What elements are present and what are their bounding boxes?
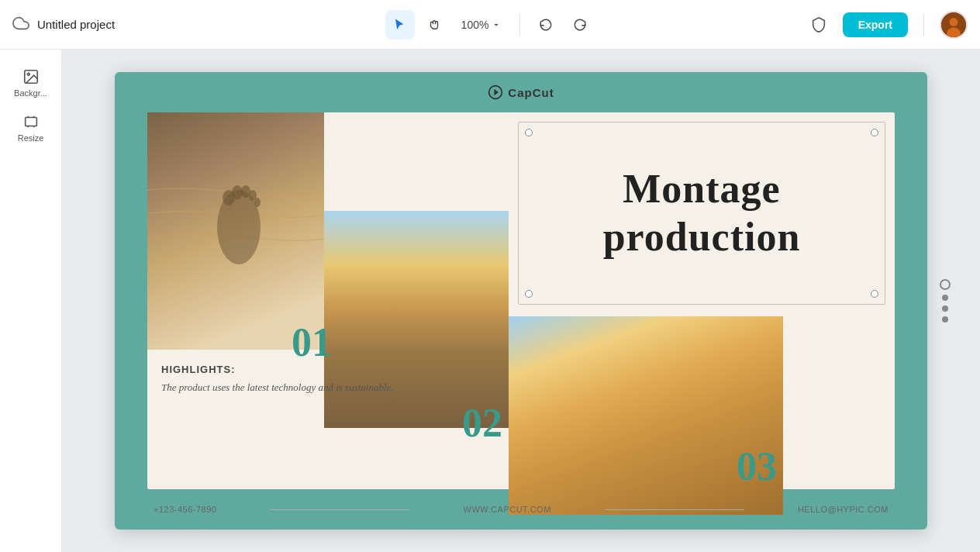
dot-ring[interactable]	[940, 279, 951, 290]
svg-point-36	[617, 409, 695, 440]
svg-point-12	[254, 198, 261, 207]
zoom-control[interactable]: 100%	[454, 10, 509, 40]
bottom-line-right	[605, 509, 744, 510]
sidebar: Backgr... Resize	[0, 50, 62, 552]
sidebar-background-label: Backgr...	[14, 88, 47, 98]
svg-point-2	[947, 27, 961, 38]
canvas-area: CapCut	[62, 50, 980, 552]
canvas-wrapper: CapCut	[115, 72, 927, 530]
svg-point-14	[440, 234, 487, 281]
svg-point-17	[340, 240, 371, 259]
svg-point-27	[668, 326, 753, 354]
description-text: The product uses the latest technology a…	[161, 380, 433, 396]
cloud-icon	[12, 15, 29, 35]
sidebar-item-resize[interactable]: Resize	[5, 107, 57, 149]
topbar-center: 100%	[385, 10, 595, 40]
avatar[interactable]	[940, 11, 968, 39]
svg-point-31	[616, 343, 650, 367]
sidebar-item-background[interactable]: Backgr...	[5, 62, 57, 104]
email-text: HELLO@HYPIC.COM	[798, 505, 889, 514]
svg-point-26	[536, 332, 606, 363]
svg-point-34	[673, 364, 688, 374]
export-button[interactable]: Export	[843, 12, 908, 37]
bottom-bar: +123-456-7890 WWW.CAPCUT.COM HELLO@HYPIC…	[147, 489, 895, 530]
divider	[519, 14, 520, 36]
zoom-value: 100%	[461, 19, 489, 31]
hand-tool-button[interactable]	[419, 10, 449, 40]
svg-point-23	[396, 316, 415, 370]
title-box[interactable]: Montage production	[509, 112, 895, 314]
svg-point-15	[448, 242, 479, 273]
svg-point-1	[950, 18, 958, 26]
dot-1	[942, 295, 948, 301]
svg-point-16	[343, 234, 398, 257]
svg-point-32	[660, 351, 714, 452]
topbar: Untitled project 100%	[0, 0, 980, 50]
svg-point-29	[611, 357, 654, 400]
select-tool-button[interactable]	[385, 10, 415, 40]
shield-button[interactable]	[804, 10, 833, 40]
svg-point-35	[685, 364, 701, 374]
title-box-border	[518, 122, 885, 305]
svg-point-28	[598, 355, 668, 479]
topbar-left: Untitled project	[12, 15, 385, 35]
svg-point-33	[668, 352, 706, 389]
undo-button[interactable]	[531, 10, 561, 40]
handle-tl[interactable]	[525, 129, 533, 136]
handle-tr[interactable]	[871, 129, 878, 136]
divider-right	[923, 14, 924, 36]
topbar-right: Export	[595, 10, 968, 40]
svg-point-20	[405, 284, 430, 309]
svg-point-4	[27, 73, 29, 75]
svg-point-21	[400, 281, 434, 290]
number-02: 02	[462, 400, 502, 446]
sidebar-resize-label: Resize	[18, 133, 44, 143]
text-block: HIGHLIGHTS: The product uses the latest …	[161, 364, 433, 396]
number-03: 03	[737, 443, 777, 489]
svg-point-24	[396, 310, 415, 329]
handle-bl[interactable]	[525, 290, 533, 298]
dot-2	[942, 305, 948, 312]
dot-3	[942, 316, 948, 323]
canvas[interactable]: CapCut	[115, 72, 927, 530]
svg-point-9	[232, 185, 243, 199]
handle-br[interactable]	[871, 290, 878, 298]
website-text: WWW.CAPCUT.COM	[464, 505, 551, 514]
redo-button[interactable]	[565, 10, 595, 40]
bottom-line-left	[270, 509, 409, 510]
number-01: 01	[292, 319, 332, 365]
capcut-logo: CapCut	[115, 85, 927, 100]
svg-point-19	[403, 296, 431, 374]
svg-point-30	[603, 350, 662, 368]
svg-point-22	[406, 275, 428, 291]
photo-footprint[interactable]	[147, 112, 324, 350]
logo-text: CapCut	[508, 86, 554, 99]
svg-rect-5	[25, 118, 36, 126]
phone-text: +123-456-7890	[154, 505, 216, 514]
highlights-label: HIGHLIGHTS:	[161, 364, 433, 375]
side-dots	[940, 279, 951, 323]
project-title: Untitled project	[37, 18, 115, 31]
